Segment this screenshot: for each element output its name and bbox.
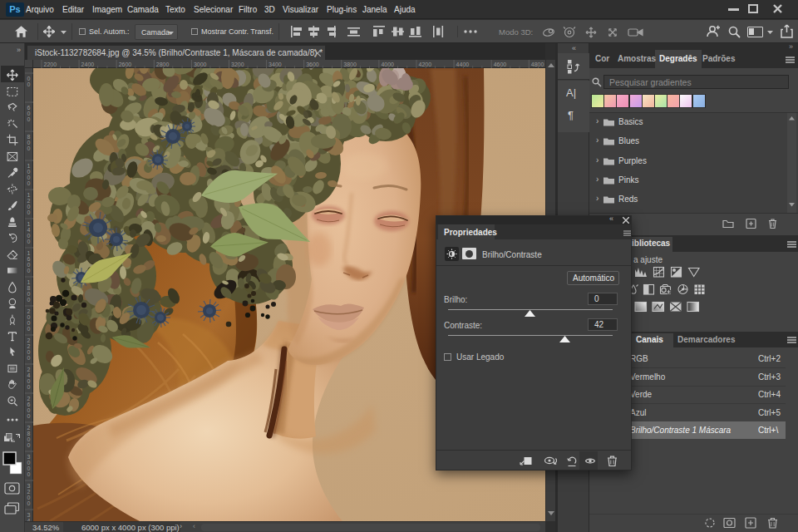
svg-text:2400: 2400 [81,62,95,67]
svg-text:0: 0 [27,442,31,448]
svg-text:0: 0 [27,169,31,175]
svg-text:4400: 4400 [456,62,470,67]
svg-text:3200: 3200 [231,62,244,67]
svg-text:0: 0 [27,233,31,239]
svg-text:0: 0 [27,81,31,87]
svg-text:3: 3 [27,454,31,460]
svg-text:3600: 3600 [306,62,319,67]
svg-text:0: 0 [27,471,31,477]
svg-text:6: 6 [27,256,31,262]
svg-text:0: 0 [27,384,31,390]
svg-text:0: 0 [27,297,31,303]
svg-text:2: 2 [27,198,31,204]
svg-text:0: 0 [27,268,31,273]
svg-text:0: 0 [27,291,31,297]
svg-text:4: 4 [27,372,31,378]
svg-text:3400: 3400 [268,62,282,67]
svg-text:4200: 4200 [419,62,432,67]
svg-text:8: 8 [27,431,31,436]
svg-text:0: 0 [27,76,31,81]
svg-text:0: 0 [27,355,31,361]
svg-text:0: 0 [27,326,31,332]
svg-text:4800: 4800 [531,62,544,67]
svg-text:1: 1 [27,192,31,198]
svg-text:0: 0 [27,175,31,180]
svg-text:2800: 2800 [156,62,170,67]
svg-text:»: » [17,46,21,54]
svg-text:0: 0 [27,180,31,186]
svg-text:0: 0 [27,314,31,320]
svg-text:0: 0 [27,500,31,506]
svg-text:2: 2 [27,489,31,495]
svg-text:0: 0 [27,349,31,355]
svg-text:1: 1 [27,221,31,227]
svg-text:0: 0 [27,460,31,466]
svg-text:6: 6 [27,401,31,407]
svg-text:2: 2 [27,343,31,349]
svg-text:2: 2 [27,367,31,372]
svg-text:0: 0 [27,466,31,471]
svg-text:4: 4 [27,227,31,233]
svg-text:2: 2 [27,308,31,314]
svg-text:8: 8 [27,134,31,140]
svg-text:4600: 4600 [494,62,507,67]
svg-text:3: 3 [27,512,31,518]
svg-text:3000: 3000 [194,62,207,67]
svg-text:1: 1 [27,163,31,169]
svg-text:2: 2 [27,337,31,343]
svg-text:0: 0 [27,407,31,413]
svg-text:0: 0 [27,495,31,500]
svg-text:0: 0 [27,140,31,145]
svg-text:0: 0 [27,239,31,244]
svg-text:3: 3 [27,483,31,489]
svg-text:0: 0 [27,145,31,151]
svg-text:0: 0 [27,378,31,384]
svg-text:0: 0 [27,436,31,442]
svg-text:0: 0 [27,209,31,215]
svg-text:2: 2 [27,396,31,401]
svg-text:1: 1 [27,250,31,256]
svg-text:0: 0 [27,204,31,209]
svg-text:1: 1 [27,279,31,285]
svg-text:0: 0 [27,116,31,122]
svg-text:2: 2 [27,425,31,431]
svg-text:0: 0 [27,320,31,326]
svg-text:2200: 2200 [44,62,57,67]
svg-text:0: 0 [27,413,31,419]
svg-text:0: 0 [27,111,31,116]
svg-text:2600: 2600 [119,62,132,67]
svg-text:4000: 4000 [381,62,394,67]
svg-text:8: 8 [27,285,31,291]
svg-text:0: 0 [27,262,31,268]
svg-text:6: 6 [27,105,31,111]
svg-text:3800: 3800 [343,62,357,67]
